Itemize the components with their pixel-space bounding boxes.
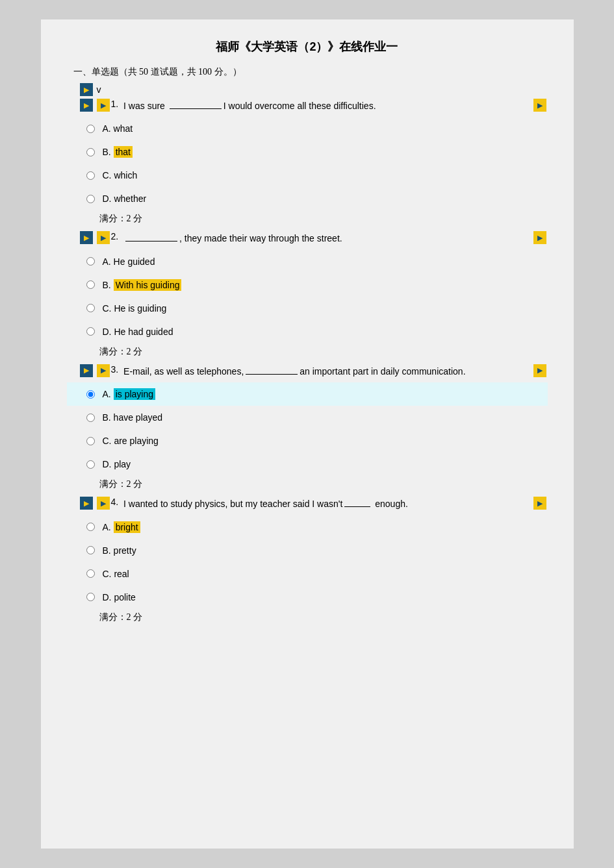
q4-option-d: D. polite — [67, 586, 548, 609]
question-3-row: ▶ ▶ 3. E-mail, as well as telephones,an … — [67, 364, 548, 378]
q2-option-d: D. He had guided — [67, 320, 548, 343]
q3-a-highlight: is playing — [114, 388, 155, 400]
question-1-row: ▶ ▶ 1. I was sure I would overcome all t… — [67, 99, 548, 113]
q1-label-c: C. which — [103, 170, 138, 180]
q3-icon-1[interactable]: ▶ — [80, 364, 93, 377]
q2-radio-c[interactable] — [86, 304, 95, 312]
q4-label-a: A. bright — [103, 522, 140, 532]
q2-icon-end[interactable]: ▶ — [533, 231, 546, 244]
question-2: ▶ ▶ 2. , they made their way through the… — [67, 231, 548, 357]
q2-radio-d[interactable] — [86, 327, 95, 336]
q4-option-a: A. bright — [67, 515, 548, 539]
q4-radio-c[interactable] — [86, 569, 95, 578]
q1-option-c: C. which — [67, 164, 548, 187]
q2-icon-2[interactable]: ▶ — [97, 231, 110, 244]
q3-number: 3. — [111, 364, 119, 375]
q4-label-d: D. polite — [103, 592, 136, 602]
q1-score: 满分：2 分 — [67, 213, 548, 225]
q4-number: 4. — [111, 497, 119, 507]
q1-icon-2[interactable]: ▶ — [97, 99, 110, 112]
q1-option-d: D. whether — [67, 187, 548, 210]
q2-radio-b[interactable] — [86, 280, 95, 289]
q4-blank — [344, 506, 370, 507]
question-1: ▶ ▶ 1. I was sure I would overcome all t… — [67, 99, 548, 225]
q3-label-a: A. is playing — [103, 389, 156, 399]
q2-label-b: B. With his guiding — [103, 280, 182, 290]
question-2-row: ▶ ▶ 2. , they made their way through the… — [67, 231, 548, 245]
q3-label-c: C. are playing — [103, 436, 159, 446]
q3-option-b: B. have played — [67, 406, 548, 429]
q2-blank — [125, 241, 177, 242]
q2-label-a: A. He guided — [103, 256, 155, 267]
nav-icon-1[interactable]: ▶ — [80, 83, 93, 96]
q2-text: , they made their way through the street… — [121, 231, 528, 245]
q2-b-highlight: With his guiding — [114, 279, 182, 291]
q3-option-a: A. is playing — [67, 382, 548, 406]
q2-label-d: D. He had guided — [103, 327, 173, 337]
q4-icon-end[interactable]: ▶ — [533, 497, 546, 510]
q1-label-b: B. that — [103, 147, 133, 157]
q1-text: I was sure I would overcome all these di… — [121, 99, 528, 113]
q4-text: I wanted to study physics, but my teache… — [121, 497, 528, 511]
q4-score: 满分：2 分 — [67, 612, 548, 623]
q1-blank — [170, 108, 222, 109]
section-v-label: v — [97, 84, 101, 95]
q2-icon-1[interactable]: ▶ — [80, 231, 93, 244]
q2-score: 满分：2 分 — [67, 346, 548, 358]
q2-radio-a[interactable] — [86, 257, 95, 266]
q2-number: 2. — [111, 231, 119, 242]
q4-option-b: B. pretty — [67, 539, 548, 562]
q2-option-c: C. He is guiding — [67, 297, 548, 320]
q3-label-d: D. play — [103, 459, 131, 469]
q4-label-b: B. pretty — [103, 545, 136, 556]
q2-label-c: C. He is guiding — [103, 303, 167, 314]
q3-score: 满分：2 分 — [67, 478, 548, 490]
q2-option-a: A. He guided — [67, 250, 548, 273]
q3-blank — [246, 374, 298, 375]
q1-radio-b[interactable] — [86, 148, 95, 156]
question-4: ▶ ▶ 4. I wanted to study physics, but my… — [67, 497, 548, 623]
question-3: ▶ ▶ 3. E-mail, as well as telephones,an … — [67, 364, 548, 490]
q1-radio-d[interactable] — [86, 195, 95, 203]
page-title: 福师《大学英语（2）》在线作业一 — [67, 39, 548, 55]
q1-option-a: A. what — [67, 117, 548, 140]
q1-icon-end[interactable]: ▶ — [533, 99, 546, 112]
q1-radio-c[interactable] — [86, 171, 95, 180]
q4-option-c: C. real — [67, 562, 548, 586]
q3-text: E-mail, as well as telephones,an importa… — [121, 364, 528, 378]
q1-number: 1. — [111, 99, 119, 109]
q3-radio-b[interactable] — [86, 414, 95, 422]
q3-radio-c[interactable] — [86, 437, 95, 445]
q4-icon-1[interactable]: ▶ — [80, 497, 93, 510]
question-4-row: ▶ ▶ 4. I wanted to study physics, but my… — [67, 497, 548, 511]
q4-radio-d[interactable] — [86, 593, 95, 601]
q1-option-b: B. that — [67, 140, 548, 164]
q1-b-highlight: that — [114, 146, 133, 158]
q4-radio-a[interactable] — [86, 523, 95, 531]
section-title: 一、单选题（共 50 道试题，共 100 分。） — [67, 66, 548, 78]
q1-icon-1[interactable]: ▶ — [80, 99, 93, 112]
q1-label-a: A. what — [103, 123, 133, 134]
q3-icon-end[interactable]: ▶ — [533, 364, 546, 377]
q3-radio-d[interactable] — [86, 460, 95, 469]
q4-label-c: C. real — [103, 569, 129, 579]
q4-radio-b[interactable] — [86, 546, 95, 554]
section-icon-row: ▶ v — [67, 83, 548, 96]
q3-option-d: D. play — [67, 453, 548, 476]
q1-radio-a[interactable] — [86, 125, 95, 133]
page-container: 福师《大学英语（2）》在线作业一 一、单选题（共 50 道试题，共 100 分。… — [41, 19, 574, 849]
q2-option-b: B. With his guiding — [67, 273, 548, 297]
q3-option-c: C. are playing — [67, 429, 548, 453]
q3-radio-a[interactable] — [86, 390, 95, 399]
q4-icon-2[interactable]: ▶ — [97, 497, 110, 510]
q4-a-highlight: bright — [114, 521, 140, 533]
q3-icon-2[interactable]: ▶ — [97, 364, 110, 377]
q1-label-d: D. whether — [103, 193, 147, 204]
q3-label-b: B. have played — [103, 412, 163, 423]
